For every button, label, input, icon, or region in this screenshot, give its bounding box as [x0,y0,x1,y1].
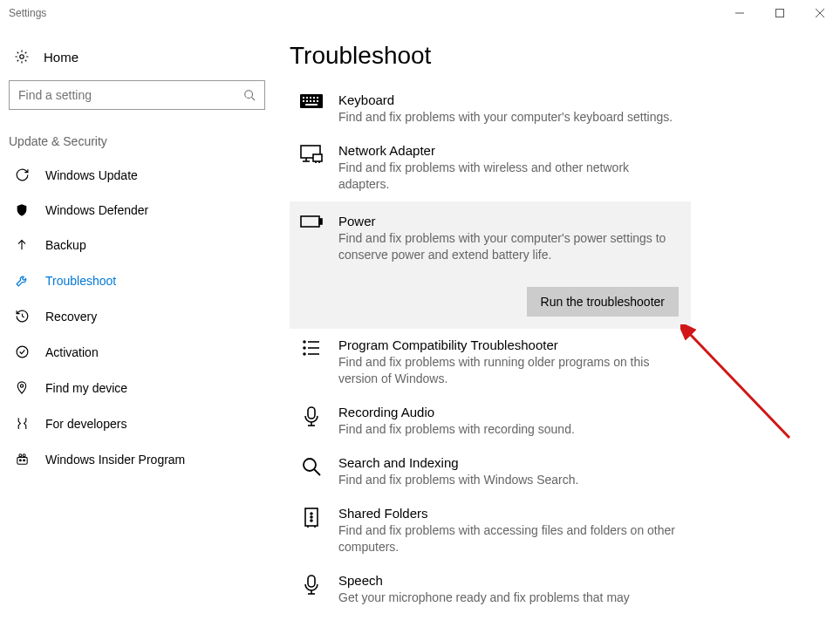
sidebar-item-find-my-device[interactable]: Find my device [9,370,270,406]
svg-line-9 [22,317,24,317]
maximize-icon [775,9,784,17]
svg-rect-32 [313,154,322,161]
svg-rect-36 [319,219,322,224]
svg-point-16 [23,460,24,461]
troubleshoot-item-keyboard[interactable]: Keyboard Find and fix problems with your… [290,84,691,134]
svg-point-41 [304,353,305,355]
troubleshoot-item-desc: Find and fix problems with wireless and … [338,160,680,193]
check-circle-icon [14,344,30,359]
svg-point-11 [20,385,23,387]
troubleshoot-item-desc: Find and fix problems with running older… [338,354,680,387]
maximize-button[interactable] [760,0,800,26]
troubleshoot-item-desc: Find and fix problems with recording sou… [338,421,680,438]
microphone-icon [300,573,323,606]
svg-rect-23 [303,100,304,102]
troubleshoot-item-program-compatibility[interactable]: Program Compatibility Troubleshooter Fin… [290,329,691,396]
troubleshoot-item-title: Power [338,214,680,228]
troubleshoot-item-recording-audio[interactable]: Recording Audio Find and fix problems wi… [290,396,691,446]
sidebar-item-label: For developers [45,417,126,431]
sidebar-item-recovery[interactable]: Recovery [9,298,270,334]
svg-rect-12 [17,457,26,464]
list-icon [300,337,323,387]
sidebar-item-activation[interactable]: Activation [9,334,270,370]
sidebar-item-label: Find my device [45,381,127,395]
close-button[interactable] [800,0,840,26]
sidebar-item-windows-update[interactable]: Windows Update [9,157,270,193]
svg-point-15 [19,460,21,461]
troubleshoot-item-title: Search and Indexing [338,455,680,470]
search-box[interactable] [9,80,265,110]
svg-rect-19 [306,97,308,99]
close-icon [816,9,824,17]
minimize-icon [735,9,744,17]
svg-point-39 [304,347,305,349]
sidebar-item-label: Troubleshoot [45,274,116,288]
troubleshoot-item-power-selected: Power Find and fix problems with your co… [290,201,691,330]
sidebar-item-label: Recovery [45,310,97,324]
sidebar-item-windows-defender[interactable]: Windows Defender [9,193,270,228]
gear-icon [14,49,30,65]
svg-point-46 [304,459,316,471]
search-icon [243,89,256,101]
history-icon [14,309,30,324]
minimize-button[interactable] [720,0,760,26]
battery-icon [300,214,323,263]
svg-rect-18 [303,97,304,99]
troubleshoot-item-power[interactable]: Power Find and fix problems with your co… [290,201,691,272]
search-input[interactable] [18,88,243,102]
home-nav[interactable]: Home [9,42,270,77]
network-adapter-icon [300,143,323,193]
sidebar-item-label: Windows Insider Program [45,453,185,467]
svg-rect-43 [308,407,315,419]
run-troubleshooter-button[interactable]: Run the troubleshooter [527,287,679,317]
svg-point-13 [18,454,21,457]
sync-icon [14,167,30,182]
svg-rect-27 [317,100,318,102]
svg-rect-1 [776,10,784,17]
troubleshoot-item-network-adapter[interactable]: Network Adapter Find and fix problems wi… [290,134,691,201]
svg-rect-25 [310,100,311,102]
troubleshoot-item-speech[interactable]: Speech Get your microphone ready and fix… [290,564,691,615]
troubleshoot-item-title: Speech [338,573,680,588]
troubleshoot-item-desc: Find and fix problems with Windows Searc… [338,472,680,488]
window-titlebar: Settings [0,0,840,26]
sidebar-item-for-developers[interactable]: For developers [9,406,270,441]
sidebar-item-label: Backup [45,238,86,252]
troubleshoot-item-shared-folders[interactable]: Shared Folders Find and fix problems wit… [290,497,691,564]
wrench-icon [14,273,30,288]
page-title: Troubleshoot [290,42,805,70]
search-icon [300,455,323,488]
svg-rect-21 [313,97,315,99]
sidebar-item-backup[interactable]: Backup [9,228,270,262]
troubleshoot-item-search-indexing[interactable]: Search and Indexing Find and fix problem… [290,446,691,497]
svg-rect-22 [317,97,318,99]
troubleshoot-item-desc: Get your microphone ready and fix proble… [338,590,680,606]
sidebar-item-label: Windows Defender [45,203,148,217]
troubleshoot-item-desc: Find and fix problems with your computer… [338,109,680,126]
svg-point-51 [311,520,312,521]
svg-rect-54 [308,576,315,587]
svg-point-4 [20,55,24,59]
sidebar-item-windows-insider[interactable]: Windows Insider Program [9,441,270,477]
sidebar-item-label: Activation [45,345,99,359]
svg-point-37 [304,341,305,343]
keyboard-icon [300,92,323,126]
troubleshoot-item-title: Recording Audio [338,405,680,419]
svg-point-50 [311,516,312,518]
svg-point-5 [245,91,253,99]
microphone-icon [300,405,323,438]
location-icon [14,380,30,395]
window-controls [720,0,840,26]
sidebar-section-heading: Update & Security [9,110,270,157]
sidebar-item-troubleshoot[interactable]: Troubleshoot [9,262,270,298]
svg-point-14 [23,454,25,457]
troubleshoot-item-desc: Find and fix problems with your computer… [338,230,680,263]
svg-rect-20 [310,97,311,99]
home-label: Home [44,50,79,65]
svg-rect-24 [306,100,308,102]
svg-point-10 [17,346,28,358]
shared-folders-icon [300,506,323,555]
svg-rect-35 [301,216,319,227]
troubleshoot-item-title: Keyboard [338,92,680,107]
svg-line-47 [314,469,320,475]
